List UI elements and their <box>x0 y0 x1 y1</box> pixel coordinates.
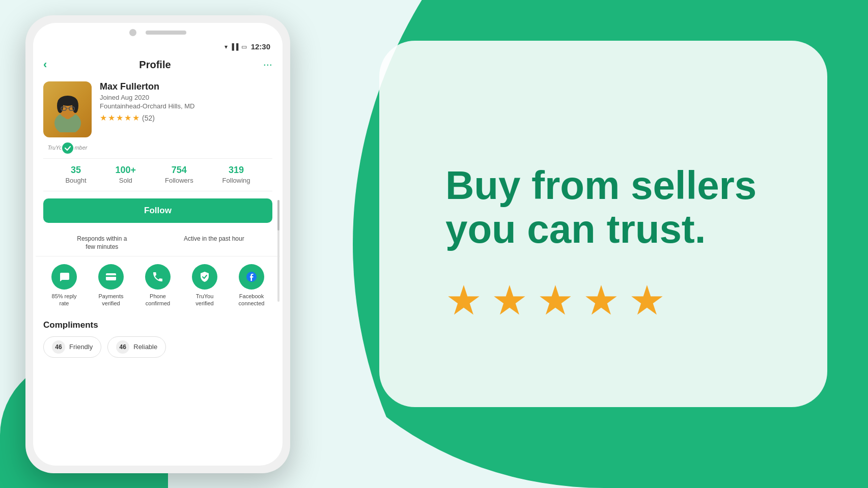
network-icon: ▐▐ <box>230 43 239 50</box>
badge-reply-icon-circle <box>51 264 77 290</box>
compliments-row: 46 Friendly 46 Reliable <box>43 336 272 358</box>
avatar-svg <box>50 87 86 132</box>
badge-phone-label: Phone confirmed <box>142 293 175 307</box>
stat-following-label: Following <box>222 177 250 184</box>
stat-following: 319 Following <box>222 165 250 185</box>
stat-following-number: 319 <box>222 165 250 176</box>
scrollbar[interactable] <box>277 200 279 302</box>
svg-rect-10 <box>106 275 116 277</box>
rating-count: (52) <box>142 114 155 122</box>
battery-icon: ▭ <box>241 43 247 50</box>
star-3: ★ <box>537 277 574 324</box>
speaker-bar <box>146 31 186 35</box>
response-time-info: Responds within a few minutes <box>71 235 132 251</box>
scrollbar-thumb <box>277 200 279 231</box>
stat-sold-number: 100+ <box>116 165 136 176</box>
badge-payments: Payments verified <box>95 264 128 307</box>
star-5: ★ <box>629 277 665 324</box>
response-info-row: Responds within a few minutes Active in … <box>36 230 280 256</box>
profile-joined: Joined Aug 2020 <box>100 94 272 101</box>
svg-point-4 <box>57 99 63 113</box>
stat-followers-number: 754 <box>165 165 193 176</box>
rating-star-4: ★ <box>124 113 131 123</box>
stat-bought-label: Bought <box>65 177 86 184</box>
status-time: 12:30 <box>251 42 270 51</box>
active-info: Active in the past hour <box>184 235 244 251</box>
response-time-text: Responds within a few minutes <box>77 235 127 250</box>
phone-top-bar <box>33 23 283 36</box>
camera-dot <box>129 29 136 36</box>
badge-phone-icon-circle <box>145 264 171 290</box>
compliments-title: Compliments <box>43 320 272 330</box>
check-badge-icon <box>64 145 71 152</box>
rating-star-1: ★ <box>100 113 107 123</box>
status-bar: ▾ ▐▐ ▭ 12:30 <box>33 36 283 54</box>
phone-icon <box>152 271 164 283</box>
badges-row: 85% reply rate Payments verified <box>33 256 283 312</box>
phone-outer: ▾ ▐▐ ▭ 12:30 ‹ Profile ··· <box>25 15 290 473</box>
badge-facebook-label: Facebook connected <box>235 293 268 307</box>
rating-star-3: ★ <box>116 113 123 123</box>
badge-facebook-icon-circle <box>239 264 264 290</box>
tagline-line1: Buy from sellers <box>445 163 757 208</box>
profile-location: Fountainhead-Orchard Hills, MD <box>100 102 272 110</box>
compliment-reliable-label: Reliable <box>133 343 157 351</box>
status-icons: ▾ ▐▐ ▭ <box>225 43 247 50</box>
badge-reply-rate: 85% reply rate <box>48 264 81 307</box>
tagline-line2: you can trust. <box>445 207 706 251</box>
profile-info: Max Fullerton Joined Aug 2020 Fountainhe… <box>100 81 272 123</box>
signal-icon: ▾ <box>225 43 228 50</box>
tagline: Buy from sellers you can trust. <box>445 164 757 251</box>
badge-facebook: Facebook connected <box>235 264 268 307</box>
compliment-reliable: 46 Reliable <box>107 336 166 358</box>
page-title: Profile <box>139 59 171 71</box>
badge-payments-icon-circle <box>98 264 124 290</box>
stats-row: 35 Bought 100+ Sold 754 Followers 319 Fo… <box>43 158 272 191</box>
rating-star-2: ★ <box>108 113 115 123</box>
badge-payments-label: Payments verified <box>95 293 128 307</box>
facebook-icon <box>245 271 258 283</box>
avatar-container: TruYou Member <box>43 81 92 151</box>
right-panel: Buy from sellers you can trust. ★ ★ ★ ★ … <box>328 0 868 488</box>
stat-sold-label: Sold <box>119 177 132 184</box>
star-2: ★ <box>491 277 528 324</box>
stat-bought-number: 35 <box>65 165 86 176</box>
compliment-friendly-count: 46 <box>52 340 65 354</box>
back-button[interactable]: ‹ <box>43 58 47 71</box>
shield-check-icon <box>199 271 211 283</box>
badge-truyou: TruYou verified <box>188 264 221 307</box>
badge-reply-label: 85% reply rate <box>48 293 81 307</box>
star-4: ★ <box>583 277 620 324</box>
app-header: ‹ Profile ··· <box>33 54 283 76</box>
chat-icon <box>58 271 70 283</box>
stars-row: ★ ★ ★ ★ ★ <box>445 277 665 324</box>
profile-name: Max Fullerton <box>100 81 272 92</box>
compliment-friendly: 46 Friendly <box>43 336 101 358</box>
compliment-reliable-count: 46 <box>116 340 129 354</box>
badge-truyou-icon-circle <box>192 264 217 290</box>
compliment-friendly-label: Friendly <box>69 343 93 351</box>
compliments-section: Compliments 46 Friendly 46 Reliable <box>33 312 283 363</box>
star-1: ★ <box>445 277 482 324</box>
more-button[interactable]: ··· <box>263 58 272 71</box>
stars-small: ★ ★ ★ ★ ★ <box>100 113 139 123</box>
stat-bought: 35 Bought <box>65 165 86 185</box>
profile-rating: ★ ★ ★ ★ ★ (52) <box>100 113 272 123</box>
active-text: Active in the past hour <box>184 235 244 242</box>
rating-star-5: ★ <box>132 113 139 123</box>
stat-sold: 100+ Sold <box>116 165 136 185</box>
svg-point-5 <box>72 99 78 113</box>
avatar <box>43 81 92 137</box>
card-icon <box>105 271 117 283</box>
profile-section: TruYou Member Max Fullerton Joined Aug 2… <box>33 76 283 158</box>
phone-mockup: ▾ ▐▐ ▭ 12:30 ‹ Profile ··· <box>25 15 290 473</box>
badge-phone: Phone confirmed <box>142 264 175 307</box>
stat-followers-label: Followers <box>165 177 193 184</box>
stat-followers: 754 Followers <box>165 165 193 185</box>
badge-truyou-label: TruYou verified <box>188 293 221 307</box>
truyou-badge <box>61 141 74 155</box>
follow-button[interactable]: Follow <box>43 198 272 223</box>
phone-screen: ▾ ▐▐ ▭ 12:30 ‹ Profile ··· <box>33 23 283 466</box>
